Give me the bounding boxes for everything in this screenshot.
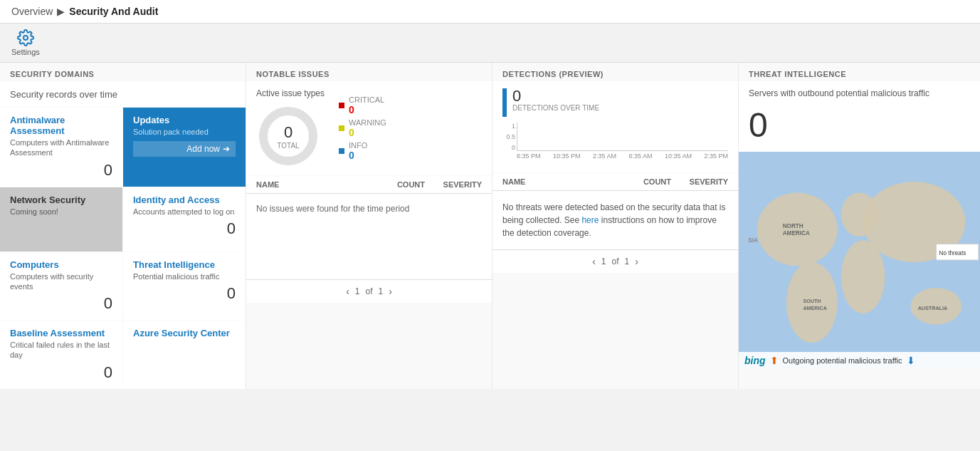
svg-point-6 [841,240,885,313]
toolbar: Settings [0,24,980,63]
breadcrumb-overview[interactable]: Overview [11,6,53,17]
sd-baseline-desc: Critical failed rules in the last day [10,340,112,361]
svg-text:AMERICA: AMERICA [803,305,827,311]
issues-next-btn[interactable]: › [389,286,392,297]
sd-antimalware-desc: Computers with Antimalware Assessment [10,138,112,158]
sd-antimalware-title: Antimalware Assessment [10,115,112,136]
header-bar: Overview ▶ Security And Audit [0,0,980,24]
sd-antimalware[interactable]: Antimalware Assessment Computers with An… [0,108,122,187]
svg-point-3 [757,192,838,266]
sd-baseline-count: 0 [10,363,112,382]
col-count: COUNT [368,180,425,189]
donut-label: TOTAL [277,142,299,150]
x-label-1: 10:35 PM [553,152,581,160]
det-table: NAME COUNT SEVERITY No threats were dete… [492,173,738,249]
x-label-5: 2:35 PM [704,152,728,160]
issues-pagination: ‹ 1 of 1 › [246,279,492,303]
bing-logo: bing [744,355,766,366]
no-issues-message: No issues were found for the time period [256,204,409,214]
x-label-0: 6:35 PM [517,152,541,160]
notable-issues-header: NOTABLE ISSUES [246,63,492,81]
threat-top-card: Servers with outbound potential maliciou… [739,81,980,152]
arrow-icon: ➜ [223,144,230,154]
add-now-button[interactable]: Add now ➜ [133,141,236,157]
donut-total: 0 [277,123,299,142]
breadcrumb: Overview ▶ Security And Audit [11,6,158,17]
det-no-threats: No threats were detected based on the se… [492,191,738,249]
sd-identity[interactable]: Identity and Access Accounts attempted t… [123,187,246,252]
legend-critical: CRITICAL 0 [339,95,386,115]
sd-threat-intel[interactable]: Threat Intelligence Potential malicious … [123,252,246,321]
det-page-total: 1 [625,256,630,266]
sd-updates[interactable]: Updates Solution pack needed Add now ➜ [123,108,246,187]
sd-baseline-title: Baseline Assessment [10,328,112,338]
settings-button[interactable]: Settings [11,29,40,56]
det-here-link[interactable]: here [581,215,599,225]
det-chart: 1 0.5 0 6:35 PM 10:35 PM 2:35 AM 6:35 AM… [502,123,728,165]
y-label-1: 1 [502,123,515,130]
warning-count: 0 [349,127,386,138]
sd-network[interactable]: Network Security Coming soon! [0,187,122,252]
sd-azure[interactable]: Azure Security Center [123,321,246,389]
sd-updates-title: Updates [133,115,236,125]
sd-identity-count: 0 [133,219,236,238]
svg-text:No threats: No threats [939,250,966,256]
threat-count: 0 [749,105,970,145]
svg-text:SOUTH: SOUTH [803,298,821,304]
sd-threat-intel-desc: Potential malicious traffic [133,271,236,281]
det-prev-btn[interactable]: ‹ [592,256,596,267]
sd-network-title: Network Security [10,195,112,205]
sd-threat-intel-count: 0 [133,284,236,303]
donut-area: Active issue types 0 TOTAL CRITICAL [246,81,492,175]
issues-page-current: 1 [355,286,360,296]
det-pagination: ‹ 1 of 1 › [492,249,738,273]
critical-count: 0 [349,104,384,115]
add-now-label: Add now [186,144,220,154]
sd-computers-count: 0 [10,294,112,313]
warning-dot [339,125,344,131]
threat-intelligence-panel: THREAT INTELLIGENCE Servers with outboun… [739,63,980,389]
legend-warning: WARNING 0 [339,118,386,138]
svg-point-0 [23,36,28,40]
outbound-label: Outgoing potential malicious traffic [783,356,902,365]
det-page-sep: of [611,256,618,266]
sd-baseline[interactable]: Baseline Assessment Critical failed rule… [0,321,122,389]
x-label-2: 2:35 AM [593,152,616,160]
sd-computers-desc: Computers with security events [10,271,112,292]
x-label-3: 6:35 AM [628,152,652,160]
critical-label: CRITICAL [349,95,384,104]
sd-computers[interactable]: Computers Computers with security events… [0,252,122,321]
sd-grid: Antimalware Assessment Computers with An… [0,108,246,389]
issues-prev-btn[interactable]: ‹ [346,286,349,297]
info-count: 0 [349,150,367,161]
notable-issues-panel: NOTABLE ISSUES Active issue types 0 TOTA… [246,63,492,389]
det-subtitle: DETECTIONS OVER TIME [512,104,599,112]
breadcrumb-separator: ▶ [57,6,65,17]
det-bar-indicator [502,88,507,117]
outbound-down-icon: ⬇ [907,355,915,366]
threat-intel-header: THREAT INTELLIGENCE [739,63,980,81]
outbound-up-icon: ⬆ [770,355,779,366]
sd-computers-title: Computers [10,259,112,270]
security-domains-header: SECURITY DOMAINS [0,63,246,81]
issues-page-sep: of [365,286,372,296]
det-table-header: NAME COUNT SEVERITY [492,173,738,191]
svg-text:NORTH: NORTH [783,223,804,229]
world-map: NORTH AMERICA SOUTH AMERICA SIA AUSTRALI… [739,152,980,369]
sd-identity-desc: Accounts attempted to log on [133,207,236,217]
det-col-count: COUNT [614,177,671,186]
gear-icon [17,29,34,46]
active-issue-types-label: Active issue types [256,88,325,98]
main-grid: SECURITY DOMAINS Security records over t… [0,63,980,389]
det-col-severity: SEVERITY [671,177,728,186]
donut-legend: CRITICAL 0 WARNING 0 INFO 0 [339,95,386,161]
det-next-btn[interactable]: › [635,256,638,267]
warning-label: WARNING [349,118,386,127]
security-domains-panel: SECURITY DOMAINS Security records over t… [0,63,246,389]
issues-table-body: No issues were found for the time period [246,194,492,279]
critical-dot [339,103,344,108]
col-name: NAME [256,180,368,189]
svg-text:AUSTRALIA: AUSTRALIA [918,305,948,311]
x-label-4: 10:35 AM [665,152,692,160]
sd-azure-title: Azure Security Center [133,328,236,338]
